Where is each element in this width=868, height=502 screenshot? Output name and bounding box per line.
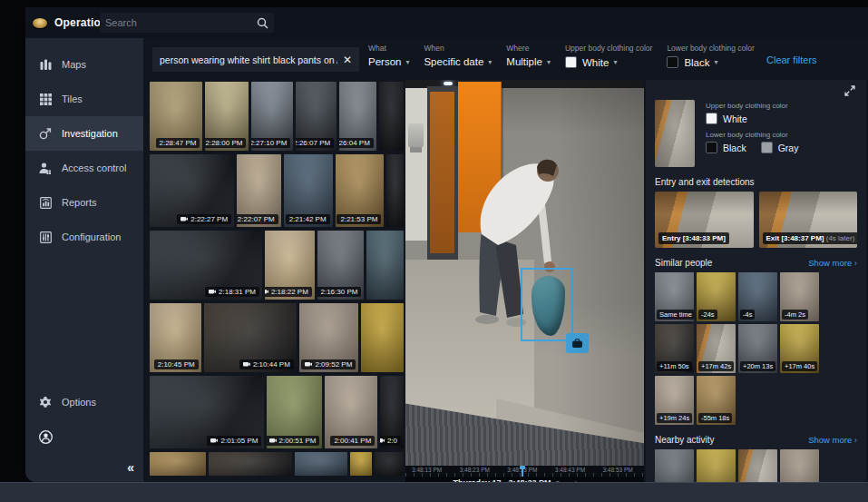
results-row: 2:18:31 PM2:18:22 PM2:16:30 PM (150, 231, 404, 300)
thumbnail-timestamp: 2:22:07 PM (237, 214, 278, 224)
similar-person-thumbnail[interactable]: -4m 2s (780, 272, 819, 321)
sidebar-item-label: Reports (62, 197, 97, 208)
result-thumbnail[interactable] (295, 452, 347, 476)
result-thumbnail[interactable]: 2:09:52 PM (299, 303, 359, 372)
camera-icon (209, 288, 216, 296)
result-thumbnail[interactable]: 2:00:51 PM (267, 376, 322, 448)
similar-person-thumbnail[interactable]: -24s (697, 272, 736, 321)
result-thumbnail[interactable]: 2:10:44 PM (204, 303, 297, 372)
similar-person-thumbnail[interactable]: Same time (655, 272, 694, 321)
thumbnail-timestamp: 2:09:52 PM (301, 359, 356, 369)
result-thumbnail[interactable]: 2:01:05 PM (150, 376, 264, 448)
sidebar-item-user[interactable] (25, 418, 143, 455)
chip-time-label: +19m 24s (657, 413, 692, 423)
similar-person-thumbnail[interactable]: +11m 50s (655, 324, 694, 373)
expand-icon[interactable] (844, 85, 855, 96)
search-input[interactable] (105, 17, 257, 28)
nearby-activity-thumbnail[interactable]: -4m 54s (697, 449, 736, 482)
entry-exit-thumbnail[interactable]: Exit [3:48:37 PM] (4s later) (759, 192, 858, 248)
selected-person-thumbnail[interactable] (655, 100, 695, 167)
sidebar-item-reports[interactable]: Reports (25, 185, 143, 220)
video-frame[interactable] (405, 80, 644, 466)
show-more-link[interactable]: Show more › (808, 435, 857, 445)
search-query-pill[interactable]: person wearing white shirt black pants o… (152, 47, 359, 72)
result-thumbnail[interactable] (375, 452, 404, 476)
result-thumbnail[interactable]: 2:16:30 PM (317, 231, 365, 300)
filter-lower-body-clothing-color[interactable]: Lower body clothing colorBlack▾ (667, 44, 754, 68)
result-thumbnail[interactable]: 2:10:45 PM (150, 303, 201, 372)
scene-door (430, 92, 454, 253)
result-thumbnail[interactable]: 2:22:27 PM (150, 154, 234, 227)
sidebar-item-configuration[interactable]: Configuration (25, 220, 143, 254)
result-thumbnail[interactable]: 2:0 (380, 376, 404, 448)
result-thumbnail[interactable]: 2:21:53 PM (336, 154, 385, 227)
result-thumbnail[interactable]: 2:26:04 PM (339, 82, 376, 151)
timeline-scrubber[interactable]: 3:48:13 PM3:48:23 PM3:48:33 PM3:48:43 PM… (405, 466, 644, 477)
result-thumbnail[interactable]: 2:18:22 PM (265, 231, 315, 300)
results-grid: 2:28:47 PM2:28:00 PM2:27:10 PM2:26:07 PM… (150, 82, 404, 479)
filter-when[interactable]: WhenSpecific date▾ (424, 44, 492, 68)
camera-icon (210, 437, 218, 445)
filter-where[interactable]: WhereMultiple▾ (506, 44, 551, 68)
result-thumbnail[interactable]: 2:00:41 PM (325, 376, 377, 448)
attribute-label: Lower body clothing color (706, 131, 798, 139)
selected-person-card: Upper body clothing color White Lower bo… (655, 100, 857, 167)
sidebar-item-maps[interactable]: Maps (25, 47, 143, 82)
result-thumbnail[interactable] (386, 154, 404, 227)
result-thumbnail[interactable] (361, 303, 404, 372)
nearby-activity-thumbnail[interactable]: -4m 56s (655, 449, 694, 482)
result-thumbnail[interactable]: 2:28:00 PM (205, 82, 249, 151)
sidebar-collapse-button[interactable]: « (127, 460, 134, 475)
entry-exit-label: Entry [3:48:33 PM] (658, 232, 729, 244)
main-content: person wearing white shirt black pants o… (143, 38, 868, 482)
clear-filters-button[interactable]: Clear filters (766, 54, 817, 65)
result-thumbnail[interactable]: 2:26:07 PM (296, 82, 336, 151)
similar-person-thumbnail[interactable]: +17m 40s (780, 324, 819, 373)
detection-badge[interactable] (566, 333, 589, 353)
sidebar-item-investigation[interactable]: Investigation (25, 116, 143, 151)
tiles-icon (38, 94, 53, 105)
sidebar-item-options[interactable]: Options (25, 386, 143, 418)
sidebar-item-access-control[interactable]: Access control (25, 151, 143, 185)
result-thumbnail[interactable] (150, 452, 206, 476)
similar-person-thumbnail[interactable]: +20m 13s (738, 324, 777, 373)
timeline-playhead[interactable] (522, 466, 523, 477)
search-icon[interactable] (257, 17, 268, 29)
similar-person-thumbnail[interactable]: +17m 42s (697, 324, 736, 373)
filter-what[interactable]: WhatPerson▾ (368, 44, 409, 68)
filter-upper-body-clothing-color[interactable]: Upper body clothing colorWhite▾ (565, 44, 652, 68)
app-window: Operation MapsTilesInvestigationAccess c… (25, 7, 868, 482)
nearby-activity-thumbnail[interactable]: -2m 18s (738, 449, 777, 482)
filter-bar: person wearing white shirt black pants o… (143, 38, 868, 80)
scene-fountain (408, 123, 424, 147)
camera-icon (180, 215, 188, 223)
result-thumbnail[interactable] (379, 82, 404, 151)
result-thumbnail[interactable]: 2:22:07 PM (237, 154, 281, 227)
thumbnail-timestamp: 2:00:51 PM (267, 436, 319, 446)
result-thumbnail[interactable]: 2:27:10 PM (251, 82, 293, 151)
result-thumbnail[interactable]: 2:21:42 PM (284, 154, 333, 227)
result-thumbnail[interactable] (350, 452, 372, 476)
result-thumbnail[interactable] (366, 231, 404, 300)
filter-label: Where (506, 44, 551, 53)
global-search[interactable] (100, 13, 274, 33)
color-swatch (761, 142, 773, 153)
sidebar-item-tiles[interactable]: Tiles (25, 82, 143, 116)
thumbnail-timestamp: 2:0 (380, 436, 401, 446)
close-icon[interactable]: ✕ (343, 54, 352, 66)
camera-icon (380, 437, 385, 445)
result-thumbnail[interactable]: 2:18:31 PM (150, 231, 262, 300)
show-more-link[interactable]: Show more › (808, 258, 857, 268)
thumbnail-timestamp: 2:28:47 PM (156, 138, 200, 148)
nearby-activity-thumbnail[interactable]: -4s (780, 449, 819, 482)
similar-person-thumbnail[interactable]: -55m 18s (697, 376, 736, 425)
similar-person-thumbnail[interactable]: +19m 24s (655, 376, 694, 425)
entry-exit-label: Exit [3:48:37 PM] (4s later) (763, 232, 858, 244)
results-row (150, 452, 404, 476)
entry-exit-thumbnail[interactable]: Entry [3:48:33 PM] (655, 192, 754, 248)
similar-person-thumbnail[interactable]: -4s (738, 272, 777, 321)
color-swatch (706, 142, 717, 153)
result-thumbnail[interactable]: 2:28:47 PM (150, 82, 202, 151)
result-thumbnail[interactable] (209, 452, 292, 476)
chip-time-label: Same time (657, 310, 694, 320)
